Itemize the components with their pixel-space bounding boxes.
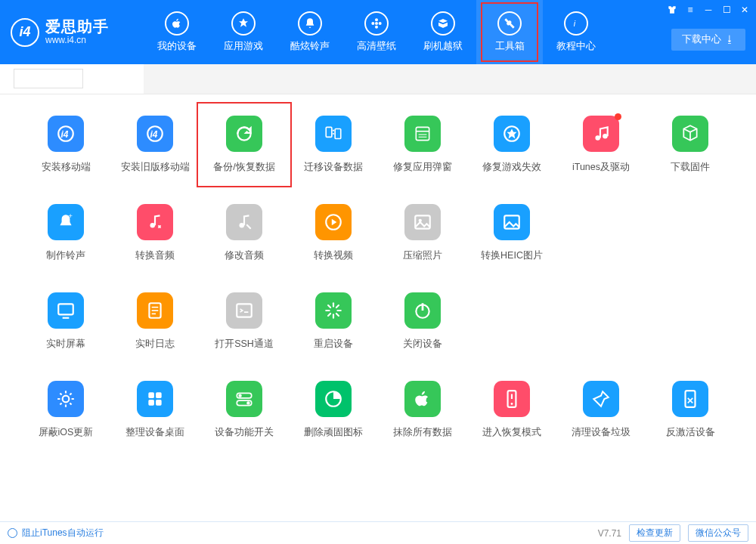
tile-block-ios-update[interactable]: 屏蔽iOS更新 [21, 381, 110, 439]
sub-header [0, 64, 756, 94]
appstore-icon [231, 11, 256, 36]
tile-download-firmware[interactable]: 下载固件 [646, 116, 735, 174]
log-icon [137, 292, 173, 329]
svg-rect-46 [156, 392, 162, 398]
monitor-icon [48, 292, 84, 329]
tile-realtime-screen[interactable]: 实时屏幕 [21, 292, 110, 351]
tool-grid: i4 安装移动端 i4 安装旧版移动端 备份/恢复数据 迁移设备数据 修复应用弹… [0, 94, 756, 521]
svg-rect-13 [416, 127, 429, 140]
gear-block-icon [48, 381, 84, 417]
backup-icon [226, 116, 262, 152]
window-controls: ≡ ─ ☐ ✕ [667, 5, 750, 15]
toggles-icon [226, 381, 262, 417]
tool-row: 屏蔽iOS更新 整理设备桌面 设备功能开关 删除顽固图标 抹除所有数据 进入恢复… [21, 381, 735, 439]
svg-text:+: + [68, 212, 73, 220]
bell-plus-icon: + [48, 204, 84, 240]
svg-point-4 [379, 22, 382, 25]
tile-convert-audio[interactable]: 转换音频 [110, 204, 200, 262]
skin-icon[interactable] [667, 5, 677, 15]
app-subtitle: www.i4.cn [45, 36, 109, 46]
minimize-icon[interactable]: ─ [703, 5, 714, 15]
svg-line-41 [336, 305, 339, 308]
tile-fix-popup[interactable]: 修复应用弹窗 [378, 116, 467, 174]
nav-toolbox[interactable]: 工具箱 [476, 0, 543, 64]
app-header: i4 爱思助手 www.i4.cn 我的设备 应用游戏 酷炫铃声 高清壁纸 刷机… [0, 0, 756, 64]
tile-organize-desktop[interactable]: 整理设备桌面 [110, 381, 200, 439]
svg-rect-48 [156, 400, 162, 406]
maximize-icon[interactable]: ☐ [721, 5, 732, 15]
svg-rect-56 [686, 391, 696, 407]
tile-install-old-mobile[interactable]: i4 安装旧版移动端 [110, 116, 200, 174]
wechat-button[interactable]: 微信公众号 [688, 524, 748, 542]
broom-icon [583, 381, 619, 417]
svg-rect-26 [504, 215, 519, 228]
svg-text:i: i [574, 19, 576, 28]
close-icon[interactable]: ✕ [739, 5, 750, 15]
info-icon: i [564, 11, 588, 36]
svg-rect-45 [148, 392, 154, 398]
tile-convert-video[interactable]: 转换视频 [289, 204, 378, 262]
svg-point-55 [511, 403, 513, 405]
nav-flash-jailbreak[interactable]: 刷机越狱 [410, 0, 476, 64]
app-title: 爱思助手 [45, 18, 109, 36]
tile-deactivate-device[interactable]: 反激活设备 [646, 381, 735, 439]
version-label: V7.71 [598, 528, 621, 539]
loading-icon [315, 292, 352, 329]
audio-edit-icon [226, 204, 262, 240]
tile-device-toggles[interactable]: 设备功能开关 [200, 381, 289, 439]
tile-install-mobile[interactable]: i4 安装移动端 [21, 116, 110, 174]
tile-clean-junk[interactable]: 清理设备垃圾 [556, 381, 646, 439]
status-text[interactable]: 阻止iTunes自动运行 [22, 527, 104, 539]
tile-backup-restore[interactable]: 备份/恢复数据 [200, 116, 289, 174]
svg-line-38 [328, 305, 330, 308]
tile-open-ssh[interactable]: 打开SSH通道 [200, 292, 289, 351]
nav-apps-games[interactable]: 应用游戏 [210, 0, 277, 64]
tool-row: 实时屏幕 实时日志 打开SSH通道 重启设备 关闭设备 [21, 292, 735, 351]
flower-icon [364, 11, 389, 36]
tile-compress-photo[interactable]: 压缩照片 [378, 204, 467, 262]
tile-edit-audio[interactable]: 修改音频 [200, 204, 289, 262]
deactivate-icon [672, 381, 708, 417]
video-convert-icon [315, 204, 352, 240]
menu-icon[interactable]: ≡ [685, 5, 696, 15]
pie-icon [315, 381, 352, 417]
nav-ringtones[interactable]: 酷炫铃声 [277, 0, 343, 64]
status-bar: 阻止iTunes自动运行 V7.71 检查更新 微信公众号 [0, 521, 756, 544]
svg-line-39 [336, 314, 339, 316]
grid-icon [137, 381, 173, 417]
migrate-icon [315, 116, 352, 152]
tile-convert-heic[interactable]: 转换HEIC图片 [467, 204, 556, 262]
svg-line-40 [328, 314, 330, 316]
tile-erase-all-data[interactable]: 抹除所有数据 [378, 381, 467, 439]
audio-convert-icon [137, 204, 173, 240]
tile-fix-game[interactable]: 修复游戏失效 [467, 116, 556, 174]
itunes-icon [583, 116, 619, 152]
nav-my-device[interactable]: 我的设备 [144, 0, 210, 64]
tile-enter-recovery[interactable]: 进入恢复模式 [467, 381, 556, 439]
main-nav: 我的设备 应用游戏 酷炫铃声 高清壁纸 刷机越狱 工具箱 i 教程中心 [144, 0, 609, 64]
tile-migrate-device[interactable]: 迁移设备数据 [289, 116, 378, 174]
tool-row: i4 安装移动端 i4 安装旧版移动端 备份/恢复数据 迁移设备数据 修复应用弹… [21, 116, 735, 174]
badge-dot-icon [615, 113, 621, 120]
tile-make-ringtone[interactable]: + 制作铃声 [21, 204, 110, 262]
tile-itunes-driver[interactable]: iTunes及驱动 [556, 116, 646, 174]
power-icon [404, 292, 441, 329]
tool-row: + 制作铃声 转换音频 修改音频 转换视频 压缩照片 转换HEIC图片 [21, 204, 735, 262]
nav-tutorials[interactable]: i 教程中心 [543, 0, 609, 64]
photo-icon [404, 204, 441, 240]
appleid-icon [404, 116, 441, 152]
svg-point-3 [371, 22, 374, 25]
tile-realtime-log[interactable]: 实时日志 [110, 292, 200, 351]
svg-point-0 [375, 22, 378, 25]
tile-reboot-device[interactable]: 重启设备 [289, 292, 378, 351]
svg-text:i4: i4 [61, 129, 69, 140]
i4-app-icon: i4 [48, 116, 84, 152]
check-update-button[interactable]: 检查更新 [629, 524, 680, 542]
download-arrow-icon: ⭳ [725, 34, 735, 45]
tile-delete-stubborn-icon[interactable]: 删除顽固图标 [289, 381, 378, 439]
apple-icon [165, 11, 189, 36]
download-center-button[interactable]: 下载中心⭳ [671, 29, 745, 51]
nav-wallpapers[interactable]: 高清壁纸 [343, 0, 410, 64]
tile-shutdown-device[interactable]: 关闭设备 [378, 292, 467, 351]
svg-point-2 [375, 26, 378, 29]
